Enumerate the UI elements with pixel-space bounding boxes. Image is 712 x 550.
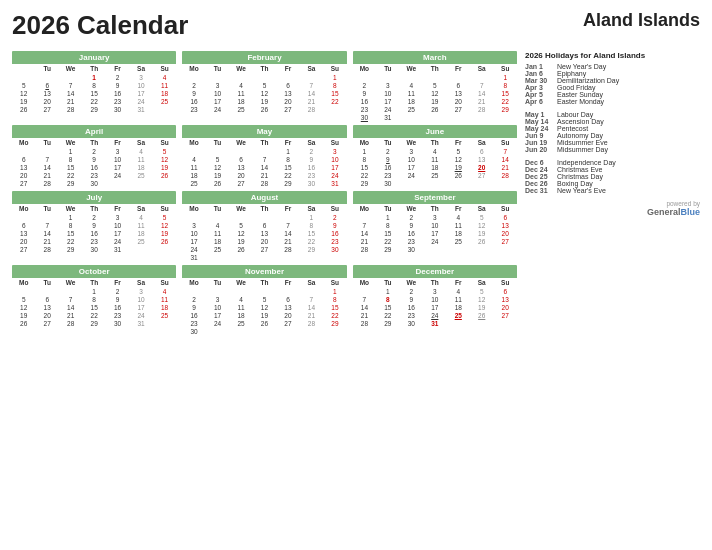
day-header: We — [229, 204, 252, 213]
day-header: Sa — [470, 204, 493, 213]
month-header: August — [182, 191, 346, 204]
day-cell: 14 — [470, 89, 493, 97]
day-header: Th — [423, 278, 446, 287]
day-header: Tu — [376, 64, 399, 73]
day-cell: 28 — [300, 319, 323, 327]
holiday-date: Apr 6 — [525, 98, 553, 105]
day-cell: 25 — [153, 311, 177, 319]
day-cell: 26 — [253, 105, 276, 113]
day-cell: 2 — [400, 287, 423, 295]
day-header: Th — [423, 64, 446, 73]
day-header: Sa — [129, 64, 152, 73]
day-cell: 1 — [276, 147, 299, 155]
day-cell: 22 — [353, 171, 376, 179]
day-cell: 30 — [400, 319, 423, 327]
day-cell: 20 — [229, 171, 252, 179]
day-cell: 14 — [59, 303, 82, 311]
day-cell — [253, 327, 276, 335]
day-header: Mo — [12, 278, 35, 287]
day-cell: 27 — [35, 319, 58, 327]
day-header: We — [59, 278, 82, 287]
day-cell: 27 — [12, 245, 35, 253]
day-cell: 21 — [353, 311, 376, 319]
day-cell: 13 — [493, 295, 517, 303]
day-cell: 13 — [12, 163, 35, 171]
day-cell: 18 — [423, 163, 446, 171]
day-cell: 14 — [493, 155, 517, 163]
day-cell: 8 — [323, 81, 347, 89]
day-cell — [400, 179, 423, 187]
day-cell: 31 — [129, 105, 152, 113]
day-cell: 22 — [376, 311, 399, 319]
day-cell: 9 — [300, 155, 323, 163]
day-cell: 8 — [493, 81, 517, 89]
day-cell: 12 — [12, 303, 35, 311]
day-cell: 26 — [153, 237, 177, 245]
day-cell: 18 — [229, 311, 252, 319]
day-header: Mo — [182, 278, 205, 287]
day-header — [12, 64, 35, 73]
holiday-name: Autonomy Day — [557, 132, 603, 139]
day-cell: 24 — [400, 171, 423, 179]
day-cell: 28 — [35, 245, 58, 253]
day-cell — [300, 287, 323, 295]
day-cell: 30 — [300, 179, 323, 187]
day-cell: 31 — [129, 319, 152, 327]
day-cell: 18 — [206, 237, 229, 245]
day-cell: 9 — [400, 221, 423, 229]
holiday-item: Dec 24Christmas Eve — [525, 166, 700, 173]
day-header: Sa — [470, 64, 493, 73]
day-cell: 11 — [182, 163, 205, 171]
day-cell: 2 — [182, 295, 205, 303]
holiday-group: Jan 1New Year's DayJan 6EpiphanyMar 30De… — [525, 63, 700, 105]
day-cell: 9 — [106, 295, 129, 303]
holiday-name: Easter Sunday — [557, 91, 603, 98]
day-cell: 27 — [470, 171, 493, 179]
day-cell — [276, 253, 299, 261]
day-cell: 10 — [182, 229, 205, 237]
day-cell — [253, 287, 276, 295]
day-cell — [493, 319, 517, 327]
day-cell: 27 — [493, 237, 517, 245]
month-november: NovemberMoTuWeThFrSaSu123456789101112131… — [182, 265, 346, 335]
day-header: Su — [493, 138, 517, 147]
day-cell: 26 — [12, 105, 35, 113]
day-cell — [300, 327, 323, 335]
day-cell: 13 — [253, 229, 276, 237]
day-cell: 28 — [353, 245, 376, 253]
day-cell: 19 — [447, 163, 470, 171]
day-header: We — [229, 278, 252, 287]
day-cell: 28 — [253, 179, 276, 187]
day-cell: 4 — [129, 213, 152, 221]
day-cell: 7 — [300, 295, 323, 303]
day-cell: 19 — [153, 163, 177, 171]
day-cell: 15 — [59, 229, 82, 237]
day-cell: 15 — [353, 163, 376, 171]
day-cell: 25 — [206, 245, 229, 253]
month-september: SeptemberMoTuWeThFrSaSu12345678910111213… — [353, 191, 517, 261]
holiday-group: Dec 6Independence DayDec 24Christmas Eve… — [525, 159, 700, 194]
day-cell: 1 — [82, 287, 105, 295]
day-cell: 7 — [35, 221, 58, 229]
day-cell: 26 — [470, 311, 493, 319]
day-cell: 27 — [253, 245, 276, 253]
day-cell: 11 — [206, 229, 229, 237]
day-cell: 2 — [376, 147, 399, 155]
day-cell: 6 — [447, 81, 470, 89]
day-cell: 6 — [470, 147, 493, 155]
day-header: Tu — [206, 278, 229, 287]
day-cell: 9 — [323, 221, 347, 229]
day-cell: 23 — [106, 97, 129, 105]
day-header: Fr — [276, 138, 299, 147]
day-cell: 7 — [59, 295, 82, 303]
day-cell — [447, 319, 470, 327]
holiday-name: Ascension Day — [557, 118, 604, 125]
day-cell: 3 — [182, 221, 205, 229]
day-header: We — [400, 278, 423, 287]
day-cell: 12 — [470, 295, 493, 303]
day-cell: 28 — [470, 105, 493, 113]
day-cell: 30 — [353, 113, 376, 121]
day-cell: 20 — [470, 163, 493, 171]
day-cell: 18 — [229, 97, 252, 105]
day-cell: 18 — [400, 97, 423, 105]
